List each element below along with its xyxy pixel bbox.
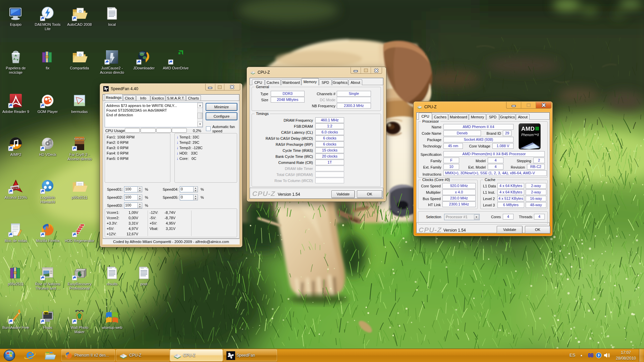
svg-text:6: 6 bbox=[78, 270, 81, 278]
svg-text:FARCRY2: FARCRY2 bbox=[74, 138, 85, 140]
svg-text:99: 99 bbox=[44, 312, 48, 315]
